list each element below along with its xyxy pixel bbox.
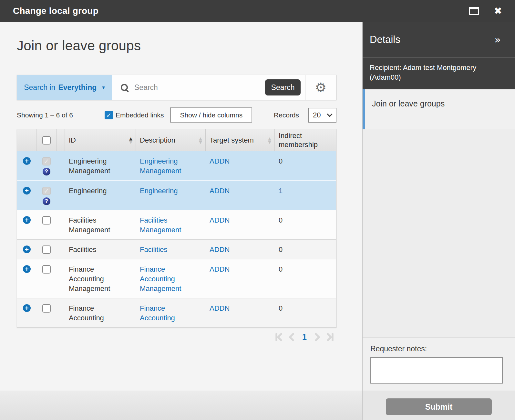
row-description-link[interactable]: Finance Accounting [140,304,190,323]
requester-notes-input[interactable] [370,357,503,384]
sidebar-filler [363,129,515,337]
sort-desc-icon: ▼ [268,140,271,144]
prev-page-button[interactable] [287,333,296,342]
help-icon[interactable]: ? [43,168,50,175]
cell-expand: + [17,186,36,205]
cell-expand: + [17,245,36,255]
table-row: +Facilities ManagementFacilities Managem… [17,210,336,240]
last-page-icon [325,333,335,342]
next-page-icon [313,333,322,342]
cell-id: Engineering Management [65,156,136,176]
header-spacer-column [57,129,65,151]
expand-row-icon[interactable]: + [23,245,31,253]
select-all-checkbox[interactable] [42,136,51,145]
search-input[interactable] [134,83,265,92]
search-scope-dropdown[interactable]: Search in Everything ▾ [17,75,112,100]
expand-row-icon[interactable]: + [23,187,31,195]
cell-description: Engineering Management [136,156,206,176]
window-title: Change local group [13,6,98,16]
cell-checkbox [36,265,57,294]
requester-notes-label: Requester notes: [370,345,503,353]
maximize-icon [469,7,479,15]
cell-checkbox: ? [36,186,57,205]
table-header: ID ▲▼ Description ▲▼ Target system ▲▼ [17,129,336,151]
header-select-all-cell [36,129,57,151]
table-row: +?Engineering ManagementEngineering Mana… [17,151,336,181]
chevron-down-icon [327,111,333,117]
row-target-system-link[interactable]: ADDN [210,304,230,312]
details-title: Details [370,34,400,45]
expand-row-icon[interactable]: + [23,157,31,165]
search-scope-prefix: Search in [24,83,55,92]
cell-target-system: ADDN [206,245,275,255]
table-row: +Finance Accounting ManagementFinance Ac… [17,259,336,298]
sidebar-item-join-or-leave-groups[interactable]: Join or leave groups [363,89,515,129]
expand-row-icon[interactable]: + [23,304,31,312]
column-header-target-system[interactable]: Target system ▲▼ [206,129,275,151]
chevron-down-icon: ▾ [102,84,105,91]
last-page-button[interactable] [325,333,335,342]
row-description-link[interactable]: Engineering [140,186,178,196]
cell-expand: + [17,215,36,235]
row-description-link[interactable]: Facilities [140,245,168,255]
row-description-link[interactable]: Facilities Management [140,215,190,235]
column-header-id[interactable]: ID ▲▼ [65,129,136,151]
cell-spacer [57,265,65,294]
sidebar-footer: Submit [363,391,515,420]
row-target-system-link[interactable]: ADDN [210,265,230,273]
row-indirect-count: 0 [279,304,283,312]
cell-indirect-membership: 0 [275,215,336,235]
cell-description: Facilities Management [136,215,206,235]
row-checkbox[interactable] [42,265,51,274]
cell-expand: + [17,304,36,323]
prev-page-icon [287,333,296,342]
submit-button[interactable]: Submit [386,398,492,415]
records-value: 20 [313,111,321,119]
column-label: Description [140,136,175,145]
cell-expand: + [17,265,36,294]
maximize-button[interactable] [469,7,479,15]
expand-row-icon[interactable]: + [23,216,31,224]
cell-expand: + [17,156,36,176]
sort-desc-icon: ▼ [129,140,132,144]
column-header-indirect-membership[interactable]: Indirect membership [275,129,336,151]
cell-spacer [57,245,65,255]
help-icon[interactable]: ? [43,197,50,205]
next-page-button[interactable] [313,333,322,342]
show-hide-columns-button[interactable]: Show / hide columns [170,107,252,123]
row-indirect-count[interactable]: 1 [279,187,283,195]
titlebar: Change local group ✖ [0,0,515,22]
expand-row-icon[interactable]: + [23,265,31,273]
row-target-system-link[interactable]: ADDN [210,245,230,254]
column-header-description[interactable]: Description ▲▼ [136,129,206,151]
row-checkbox[interactable] [42,216,51,225]
search-settings-button[interactable]: ⚙ [305,75,336,100]
close-button[interactable]: ✖ [494,6,502,16]
row-description-link[interactable]: Finance Accounting Management [140,265,190,294]
collapse-panel-button[interactable]: » [494,35,501,45]
embedded-links-checkbox[interactable]: ✓ [105,111,113,119]
cell-target-system: ADDN [206,215,275,235]
cell-spacer [57,156,65,176]
row-id-text: Finance Accounting Management [69,265,119,294]
table-body: +?Engineering ManagementEngineering Mana… [17,151,336,327]
row-description-link[interactable]: Engineering Management [140,156,190,176]
table-row: +FacilitiesFacilitiesADDN0 [17,240,336,259]
main-panel: Join or leave groups Search in Everythin… [0,22,362,420]
records-select[interactable]: 20 [308,108,336,123]
row-target-system-link[interactable]: ADDN [210,187,230,195]
page-number[interactable]: 1 [300,332,309,342]
row-target-system-link[interactable]: ADDN [210,157,230,165]
row-checkbox[interactable] [42,245,51,254]
row-checkbox[interactable] [42,304,51,313]
first-page-button[interactable] [274,333,283,342]
row-id-text: Facilities [69,245,97,255]
cell-indirect-membership: 0 [275,245,336,255]
search-button[interactable]: Search [265,79,301,95]
row-id-text: Facilities Management [69,215,119,235]
cell-spacer [57,304,65,323]
row-target-system-link[interactable]: ADDN [210,216,230,224]
column-label: Target system [210,136,254,145]
cell-target-system: ADDN [206,304,275,323]
cell-id: Finance Accounting [65,304,136,323]
